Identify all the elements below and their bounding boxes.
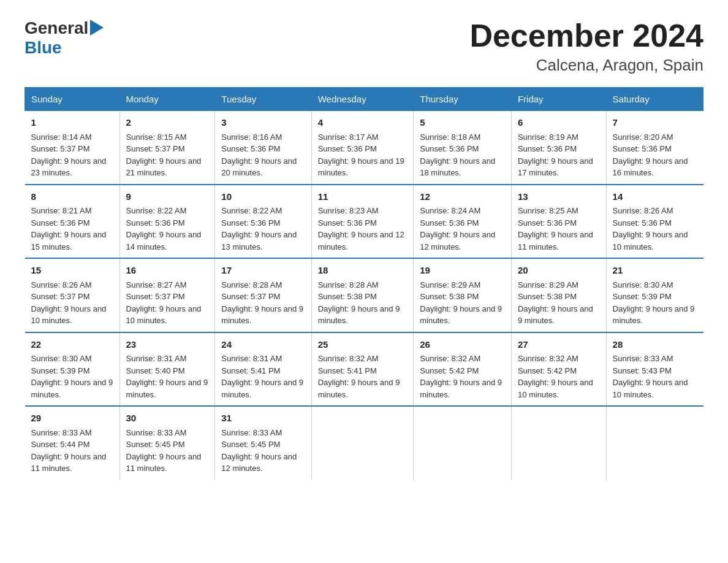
calendar-cell: 25Sunrise: 8:32 AMSunset: 5:41 PMDayligh… [311, 332, 414, 407]
week-row-5: 29Sunrise: 8:33 AMSunset: 5:44 PMDayligh… [25, 406, 703, 480]
day-number: 6 [518, 116, 600, 130]
calendar-cell: 7Sunrise: 8:20 AMSunset: 5:36 PMDaylight… [606, 111, 703, 185]
calendar-cell: 22Sunrise: 8:30 AMSunset: 5:39 PMDayligh… [25, 332, 120, 407]
day-number: 30 [126, 412, 209, 426]
day-number: 9 [126, 190, 209, 204]
calendar-cell: 11Sunrise: 8:23 AMSunset: 5:36 PMDayligh… [311, 185, 414, 259]
calendar-cell: 3Sunrise: 8:16 AMSunset: 5:36 PMDaylight… [215, 111, 311, 185]
day-number: 18 [318, 264, 408, 278]
day-number: 13 [518, 190, 600, 204]
calendar-cell: 28Sunrise: 8:33 AMSunset: 5:43 PMDayligh… [606, 332, 703, 407]
day-info: Sunrise: 8:20 AMSunset: 5:36 PMDaylight:… [613, 131, 697, 179]
day-number: 29 [31, 412, 113, 426]
day-number: 7 [613, 116, 697, 130]
day-info: Sunrise: 8:30 AMSunset: 5:39 PMDaylight:… [31, 353, 113, 400]
day-info: Sunrise: 8:29 AMSunset: 5:38 PMDaylight:… [420, 279, 505, 327]
logo-general-text: General [25, 18, 88, 38]
day-number: 2 [126, 116, 209, 130]
calendar-cell: 15Sunrise: 8:26 AMSunset: 5:37 PMDayligh… [25, 258, 120, 332]
day-info: Sunrise: 8:22 AMSunset: 5:36 PMDaylight:… [221, 205, 305, 253]
calendar-cell: 26Sunrise: 8:32 AMSunset: 5:42 PMDayligh… [414, 332, 512, 407]
logo-arrow-icon [90, 20, 104, 36]
page-title: December 2024 [469, 18, 703, 53]
calendar-cell [606, 406, 703, 480]
day-number: 11 [318, 190, 408, 204]
calendar-cell: 18Sunrise: 8:28 AMSunset: 5:38 PMDayligh… [311, 258, 414, 332]
day-number: 15 [31, 264, 113, 278]
logo: General Blue [25, 18, 104, 58]
calendar-cell: 29Sunrise: 8:33 AMSunset: 5:44 PMDayligh… [25, 406, 120, 480]
day-info: Sunrise: 8:32 AMSunset: 5:42 PMDaylight:… [420, 353, 505, 400]
day-info: Sunrise: 8:19 AMSunset: 5:36 PMDaylight:… [518, 131, 600, 179]
day-info: Sunrise: 8:27 AMSunset: 5:37 PMDaylight:… [126, 279, 209, 327]
calendar-cell [414, 406, 512, 480]
header-day-sunday: Sunday [25, 88, 120, 111]
day-info: Sunrise: 8:31 AMSunset: 5:41 PMDaylight:… [221, 353, 305, 400]
day-number: 27 [518, 338, 600, 352]
day-info: Sunrise: 8:33 AMSunset: 5:45 PMDaylight:… [126, 427, 209, 475]
day-info: Sunrise: 8:25 AMSunset: 5:36 PMDaylight:… [518, 205, 600, 253]
day-info: Sunrise: 8:15 AMSunset: 5:37 PMDaylight:… [126, 131, 209, 179]
calendar-cell: 2Sunrise: 8:15 AMSunset: 5:37 PMDaylight… [119, 111, 215, 185]
day-number: 28 [613, 338, 697, 352]
week-row-2: 8Sunrise: 8:21 AMSunset: 5:36 PMDaylight… [25, 185, 703, 259]
day-number: 5 [420, 116, 505, 130]
calendar-cell: 10Sunrise: 8:22 AMSunset: 5:36 PMDayligh… [215, 185, 311, 259]
day-number: 20 [518, 264, 600, 278]
day-info: Sunrise: 8:18 AMSunset: 5:36 PMDaylight:… [420, 131, 505, 179]
calendar-cell: 17Sunrise: 8:28 AMSunset: 5:37 PMDayligh… [215, 258, 311, 332]
header-day-thursday: Thursday [414, 88, 512, 111]
week-row-3: 15Sunrise: 8:26 AMSunset: 5:37 PMDayligh… [25, 258, 703, 332]
calendar-cell: 21Sunrise: 8:30 AMSunset: 5:39 PMDayligh… [606, 258, 703, 332]
day-info: Sunrise: 8:24 AMSunset: 5:36 PMDaylight:… [420, 205, 505, 253]
day-info: Sunrise: 8:32 AMSunset: 5:41 PMDaylight:… [318, 353, 408, 400]
header-day-saturday: Saturday [606, 88, 703, 111]
header-day-monday: Monday [119, 88, 215, 111]
day-number: 10 [221, 190, 305, 204]
day-info: Sunrise: 8:33 AMSunset: 5:44 PMDaylight:… [31, 427, 113, 475]
day-info: Sunrise: 8:26 AMSunset: 5:36 PMDaylight:… [613, 205, 697, 253]
calendar-cell: 5Sunrise: 8:18 AMSunset: 5:36 PMDaylight… [414, 111, 512, 185]
calendar-table: SundayMondayTuesdayWednesdayThursdayFrid… [25, 87, 703, 480]
day-info: Sunrise: 8:17 AMSunset: 5:36 PMDaylight:… [318, 131, 408, 179]
title-block: December 2024 Calcena, Aragon, Spain [469, 18, 703, 75]
calendar-cell: 23Sunrise: 8:31 AMSunset: 5:40 PMDayligh… [119, 332, 215, 407]
day-number: 22 [31, 338, 113, 352]
page-subtitle: Calcena, Aragon, Spain [469, 56, 703, 75]
calendar-cell [511, 406, 606, 480]
day-info: Sunrise: 8:33 AMSunset: 5:45 PMDaylight:… [221, 427, 305, 475]
calendar-cell: 1Sunrise: 8:14 AMSunset: 5:37 PMDaylight… [25, 111, 120, 185]
day-info: Sunrise: 8:30 AMSunset: 5:39 PMDaylight:… [613, 279, 697, 327]
day-number: 3 [221, 116, 305, 130]
header-day-tuesday: Tuesday [215, 88, 311, 111]
day-info: Sunrise: 8:26 AMSunset: 5:37 PMDaylight:… [31, 279, 113, 327]
day-number: 23 [126, 338, 209, 352]
calendar-cell [311, 406, 414, 480]
calendar-cell: 19Sunrise: 8:29 AMSunset: 5:38 PMDayligh… [414, 258, 512, 332]
calendar-cell: 16Sunrise: 8:27 AMSunset: 5:37 PMDayligh… [119, 258, 215, 332]
day-number: 19 [420, 264, 505, 278]
day-number: 12 [420, 190, 505, 204]
day-info: Sunrise: 8:22 AMSunset: 5:36 PMDaylight:… [126, 205, 209, 253]
day-info: Sunrise: 8:21 AMSunset: 5:36 PMDaylight:… [31, 205, 113, 253]
calendar-cell: 13Sunrise: 8:25 AMSunset: 5:36 PMDayligh… [511, 185, 606, 259]
day-number: 1 [31, 116, 113, 130]
day-info: Sunrise: 8:32 AMSunset: 5:42 PMDaylight:… [518, 353, 600, 400]
calendar-body: 1Sunrise: 8:14 AMSunset: 5:37 PMDaylight… [25, 111, 703, 480]
calendar-cell: 4Sunrise: 8:17 AMSunset: 5:36 PMDaylight… [311, 111, 414, 185]
day-info: Sunrise: 8:28 AMSunset: 5:38 PMDaylight:… [318, 279, 408, 327]
day-number: 17 [221, 264, 305, 278]
day-number: 25 [318, 338, 408, 352]
day-info: Sunrise: 8:29 AMSunset: 5:38 PMDaylight:… [518, 279, 600, 327]
calendar-cell: 12Sunrise: 8:24 AMSunset: 5:36 PMDayligh… [414, 185, 512, 259]
day-info: Sunrise: 8:33 AMSunset: 5:43 PMDaylight:… [613, 353, 697, 400]
day-number: 16 [126, 264, 209, 278]
day-number: 21 [613, 264, 697, 278]
calendar-cell: 24Sunrise: 8:31 AMSunset: 5:41 PMDayligh… [215, 332, 311, 407]
day-number: 8 [31, 190, 113, 204]
day-number: 24 [221, 338, 305, 352]
calendar-cell: 31Sunrise: 8:33 AMSunset: 5:45 PMDayligh… [215, 406, 311, 480]
page-header: General Blue December 2024 Calcena, Arag… [25, 18, 703, 75]
day-info: Sunrise: 8:14 AMSunset: 5:37 PMDaylight:… [31, 131, 113, 179]
day-number: 4 [318, 116, 408, 130]
